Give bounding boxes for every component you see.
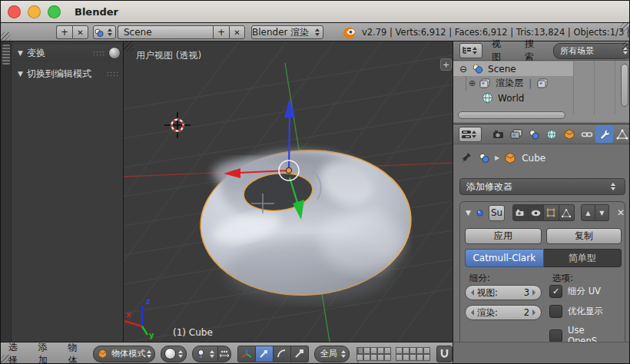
outliner-item-world[interactable]: World bbox=[453, 91, 569, 105]
panel-expand-icon[interactable]: ▼ bbox=[18, 70, 23, 78]
viewport-visibility-toggle[interactable] bbox=[529, 204, 544, 221]
outliner-editor-type-button[interactable] bbox=[459, 43, 482, 58]
pin-icon[interactable] bbox=[461, 152, 472, 164]
region-corner-grip[interactable] bbox=[124, 41, 134, 51]
copy-modifier-button[interactable]: 复制 bbox=[546, 228, 622, 244]
camera-icon bbox=[516, 209, 525, 217]
translate-manipulator-button[interactable] bbox=[256, 346, 274, 362]
window-resize-grip[interactable] bbox=[1, 355, 11, 364]
center-points-icon bbox=[219, 350, 230, 358]
delete-modifier-button[interactable]: ✕ bbox=[617, 207, 625, 218]
editmode-cage-icon bbox=[546, 208, 555, 217]
tab-object[interactable] bbox=[560, 125, 578, 143]
modifier-visibility-toggles bbox=[512, 204, 575, 221]
dropdown-arrows-icon bbox=[472, 47, 477, 55]
window-resize-grip[interactable] bbox=[620, 23, 630, 33]
viewport-header: 选择 添加 物体 物体模式 bbox=[1, 342, 453, 364]
outliner-vertical-scrollbar[interactable] bbox=[621, 64, 628, 107]
pivot-point-select[interactable] bbox=[192, 346, 218, 362]
layers-group-2[interactable] bbox=[396, 347, 430, 361]
scene-name-field[interactable]: Scene bbox=[118, 25, 213, 39]
menu-add[interactable]: 添加 bbox=[38, 341, 53, 364]
outliner-item-renderlayers[interactable]: ⊕ 渲染层 | bbox=[453, 76, 569, 91]
panel-pin-ball-icon[interactable] bbox=[108, 47, 121, 59]
layers-group-1[interactable] bbox=[356, 347, 391, 361]
tab-render-layers[interactable] bbox=[507, 125, 525, 143]
delete-screen-button[interactable]: ✕ bbox=[72, 25, 88, 39]
layer-1-active[interactable] bbox=[356, 347, 363, 354]
rotate-manipulator-button[interactable] bbox=[274, 346, 291, 362]
outliner-display-filter-select[interactable]: 所有场景 bbox=[553, 43, 630, 59]
render-subdivisions-field[interactable]: 渲染: 2 bbox=[465, 305, 542, 320]
minimize-window-icon[interactable] bbox=[28, 5, 41, 18]
move-modifier-up-button[interactable]: ▲ bbox=[581, 204, 595, 221]
add-scene-button[interactable]: + bbox=[213, 25, 229, 39]
window-resize-grip[interactable] bbox=[1, 32, 11, 41]
viewport-canvas[interactable]: z x y bbox=[124, 41, 453, 342]
snap-toggle-button[interactable] bbox=[436, 346, 453, 362]
simple-option[interactable]: 简单型 bbox=[544, 249, 622, 267]
right-column: 视图 搜索 所有场景 ⊖ Scene ⊕ bbox=[453, 41, 630, 364]
expand-icon[interactable]: ⊕ bbox=[469, 78, 476, 88]
decrement-arrow-icon[interactable] bbox=[471, 290, 474, 296]
properties-editor-type-button[interactable] bbox=[459, 127, 482, 142]
check-icon: ✓ bbox=[552, 286, 559, 296]
region-collapse-icon[interactable] bbox=[2, 45, 10, 65]
view-subdivisions-field[interactable]: 视图: 3 bbox=[465, 285, 542, 300]
decrement-arrow-icon[interactable] bbox=[471, 309, 474, 316]
menu-object[interactable]: 物体 bbox=[68, 341, 83, 364]
wrench-icon bbox=[598, 128, 611, 140]
modifier-expand-icon[interactable]: ▼ bbox=[466, 209, 471, 217]
subdivide-uv-checkbox[interactable]: ✓ 细分 UV bbox=[549, 285, 601, 298]
cursor-3d[interactable] bbox=[164, 112, 191, 138]
region-corner-grip[interactable] bbox=[622, 41, 630, 51]
panel-toggle-editmode[interactable]: ▼ 切换到编辑模式 :::: bbox=[13, 65, 122, 82]
apply-modifier-button[interactable]: 应用 bbox=[465, 228, 542, 244]
render-visibility-toggle[interactable] bbox=[512, 204, 529, 221]
tab-object-data[interactable] bbox=[613, 125, 630, 143]
modifier-name-field[interactable]: Su bbox=[489, 205, 505, 221]
collapse-icon[interactable]: ⊖ bbox=[459, 64, 467, 74]
delete-scene-button[interactable]: ✕ bbox=[229, 25, 245, 39]
tab-world[interactable] bbox=[542, 125, 560, 143]
panel-drag-grip[interactable]: :::: bbox=[107, 70, 119, 78]
move-modifier-down-button[interactable]: ▼ bbox=[595, 204, 609, 221]
panel-transform[interactable]: ▼ 变换 :::: bbox=[13, 45, 122, 61]
browse-scene-button[interactable] bbox=[93, 25, 116, 39]
editmode-visibility-toggle[interactable] bbox=[544, 204, 559, 221]
maximize-window-icon[interactable] bbox=[48, 5, 61, 18]
tab-constraints[interactable] bbox=[578, 125, 595, 143]
viewport-3d[interactable]: z x y 用户视图 (透视) (1) Cube + bbox=[124, 41, 453, 342]
manipulator-toggle-button[interactable] bbox=[237, 346, 256, 362]
open-properties-region-button[interactable]: + bbox=[440, 58, 452, 71]
panel-drag-grip[interactable]: :::: bbox=[93, 49, 105, 57]
increment-arrow-icon[interactable] bbox=[532, 309, 536, 316]
outliner-horizontal-scrollbar[interactable] bbox=[458, 111, 565, 119]
catmull-clark-option[interactable]: Catmull-Clark bbox=[465, 249, 544, 267]
panel-expand-icon[interactable]: ▼ bbox=[18, 49, 23, 57]
add-screen-button[interactable]: + bbox=[56, 25, 72, 39]
outliner-item-scene[interactable]: ⊖ Scene bbox=[453, 61, 573, 76]
outliner-menu-search[interactable]: 搜索 bbox=[525, 38, 542, 64]
transform-orientation-select[interactable]: 全局 bbox=[314, 346, 350, 362]
manipulator-z-arrow[interactable] bbox=[284, 98, 295, 117]
outliner-scene-label: Scene bbox=[488, 64, 516, 74]
viewport-shading-select[interactable] bbox=[161, 346, 187, 362]
optimal-display-checkbox[interactable]: 优化显示 bbox=[549, 305, 603, 318]
cube-object[interactable] bbox=[197, 145, 414, 301]
outliner-menu-view[interactable]: 视图 bbox=[492, 38, 509, 64]
mode-select[interactable]: 物体模式 bbox=[93, 346, 154, 362]
increment-arrow-icon[interactable] bbox=[532, 290, 536, 296]
close-window-icon[interactable] bbox=[8, 5, 21, 18]
tab-render[interactable] bbox=[489, 125, 507, 143]
tab-scene[interactable] bbox=[525, 125, 542, 143]
tab-modifiers[interactable] bbox=[595, 125, 613, 143]
pivot-icon bbox=[196, 349, 206, 359]
add-modifier-select[interactable]: 添加修改器 bbox=[459, 178, 625, 195]
tool-shelf-tab-strip[interactable] bbox=[1, 41, 12, 342]
cage-edit-toggle[interactable] bbox=[559, 204, 575, 221]
scene-icon[interactable] bbox=[478, 152, 490, 164]
render-engine-select[interactable]: Blender 渲染 bbox=[251, 25, 323, 39]
manipulate-center-points-toggle[interactable] bbox=[218, 346, 231, 362]
scale-manipulator-button[interactable] bbox=[291, 346, 309, 362]
